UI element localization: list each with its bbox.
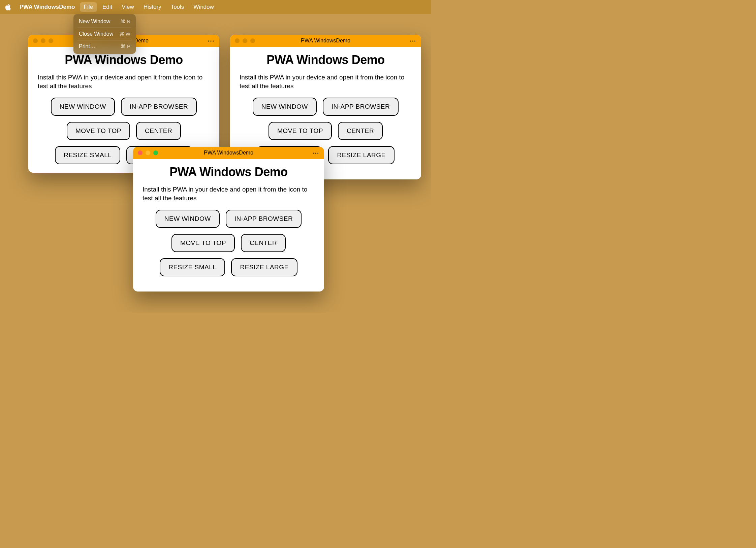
menu-item-label: New Window <box>79 19 110 25</box>
menu-view[interactable]: View <box>118 2 138 12</box>
page-title: PWA Windows Demo <box>143 165 315 179</box>
close-icon[interactable] <box>235 38 240 43</box>
menu-item-label: Close Window <box>79 31 113 37</box>
menu-window[interactable]: Window <box>189 2 218 12</box>
button-grid: NEW WINDOW IN-APP BROWSER MOVE TO TOP CE… <box>143 210 315 276</box>
window-content: PWA Windows Demo Install this PWA in you… <box>133 159 324 282</box>
menu-edit[interactable]: Edit <box>98 2 116 12</box>
window-more-icon[interactable]: ⋯ <box>409 37 416 45</box>
maximize-icon[interactable] <box>153 150 158 155</box>
minimize-icon[interactable] <box>146 150 150 155</box>
move-to-top-button[interactable]: MOVE TO TOP <box>269 122 332 140</box>
menu-item-new-window[interactable]: New Window ⌘ N <box>75 16 134 27</box>
menu-item-label: Print… <box>79 43 95 49</box>
window-more-icon[interactable]: ⋯ <box>312 149 319 157</box>
page-description: Install this PWA in your device and open… <box>38 73 210 90</box>
window-title: PWA WindowsDemo <box>301 38 350 44</box>
minimize-icon[interactable] <box>243 38 247 43</box>
menu-item-shortcut: ⌘ W <box>119 31 130 37</box>
in-app-browser-button[interactable]: IN-APP BROWSER <box>226 210 302 228</box>
system-menubar: PWA WindowsDemo File Edit View History T… <box>0 0 431 14</box>
menu-tools[interactable]: Tools <box>167 2 188 12</box>
menu-item-shortcut: ⌘ N <box>120 19 130 25</box>
file-dropdown-menu: New Window ⌘ N Close Window ⌘ W Print… ⌘… <box>73 14 136 54</box>
close-icon[interactable] <box>138 150 143 155</box>
traffic-lights <box>33 38 53 43</box>
menu-history[interactable]: History <box>139 2 165 12</box>
menu-separator <box>77 28 132 28</box>
maximize-icon[interactable] <box>49 38 53 43</box>
in-app-browser-button[interactable]: IN-APP BROWSER <box>121 98 197 116</box>
resize-large-button[interactable]: RESIZE LARGE <box>231 258 297 276</box>
menu-file[interactable]: File <box>80 2 97 12</box>
resize-large-button[interactable]: RESIZE LARGE <box>328 146 394 164</box>
window-title: PWA WindowsDemo <box>204 150 253 156</box>
page-title: PWA Windows Demo <box>240 53 412 67</box>
new-window-button[interactable]: NEW WINDOW <box>51 98 115 116</box>
page-description: Install this PWA in your device and open… <box>143 185 315 202</box>
app-window-3-active: PWA WindowsDemo ⋯ PWA Windows Demo Insta… <box>133 147 324 292</box>
menu-item-print[interactable]: Print… ⌘ P <box>75 41 134 52</box>
window-titlebar[interactable]: PWA WindowsDemo ⋯ <box>133 147 324 159</box>
center-button[interactable]: CENTER <box>136 122 181 140</box>
new-window-button[interactable]: NEW WINDOW <box>253 98 317 116</box>
menu-item-shortcut: ⌘ P <box>121 43 130 49</box>
resize-small-button[interactable]: RESIZE SMALL <box>160 258 225 276</box>
resize-small-button[interactable]: RESIZE SMALL <box>55 146 120 164</box>
maximize-icon[interactable] <box>250 38 255 43</box>
new-window-button[interactable]: NEW WINDOW <box>156 210 220 228</box>
close-icon[interactable] <box>33 38 38 43</box>
window-more-icon[interactable]: ⋯ <box>208 37 215 45</box>
page-description: Install this PWA in your device and open… <box>240 73 412 90</box>
window-titlebar[interactable]: PWA WindowsDemo ⋯ <box>230 35 421 47</box>
in-app-browser-button[interactable]: IN-APP BROWSER <box>323 98 399 116</box>
menu-item-close-window[interactable]: Close Window ⌘ W <box>75 29 134 39</box>
move-to-top-button[interactable]: MOVE TO TOP <box>67 122 130 140</box>
move-to-top-button[interactable]: MOVE TO TOP <box>171 234 235 252</box>
center-button[interactable]: CENTER <box>338 122 383 140</box>
apple-logo-icon[interactable] <box>4 3 12 11</box>
menubar-app-name[interactable]: PWA WindowsDemo <box>16 2 78 12</box>
minimize-icon[interactable] <box>41 38 45 43</box>
menu-separator <box>77 40 132 40</box>
traffic-lights <box>235 38 255 43</box>
center-button[interactable]: CENTER <box>241 234 286 252</box>
page-title: PWA Windows Demo <box>38 53 210 67</box>
traffic-lights <box>138 150 158 155</box>
